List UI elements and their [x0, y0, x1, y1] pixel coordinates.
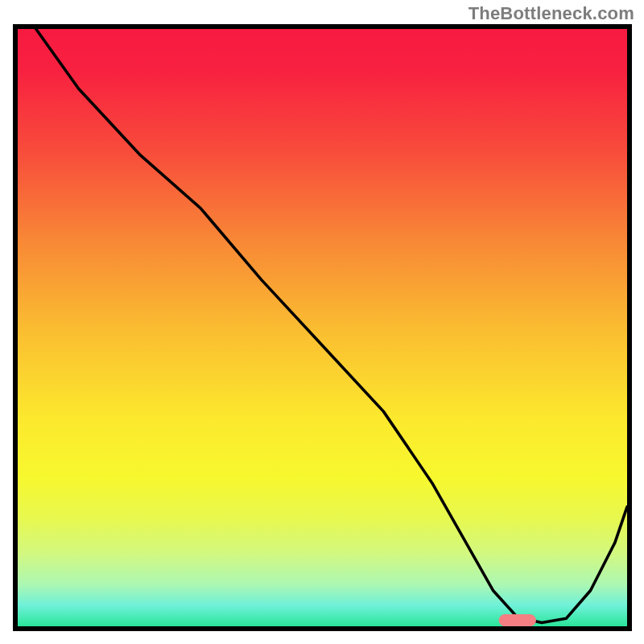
- watermark-text: TheBottleneck.com: [469, 3, 634, 24]
- svg-rect-0: [18, 29, 627, 626]
- chart-root: TheBottleneck.com: [0, 0, 644, 644]
- plot-area: [13, 24, 632, 631]
- chart-svg: [13, 24, 632, 631]
- svg-rect-1: [499, 615, 535, 626]
